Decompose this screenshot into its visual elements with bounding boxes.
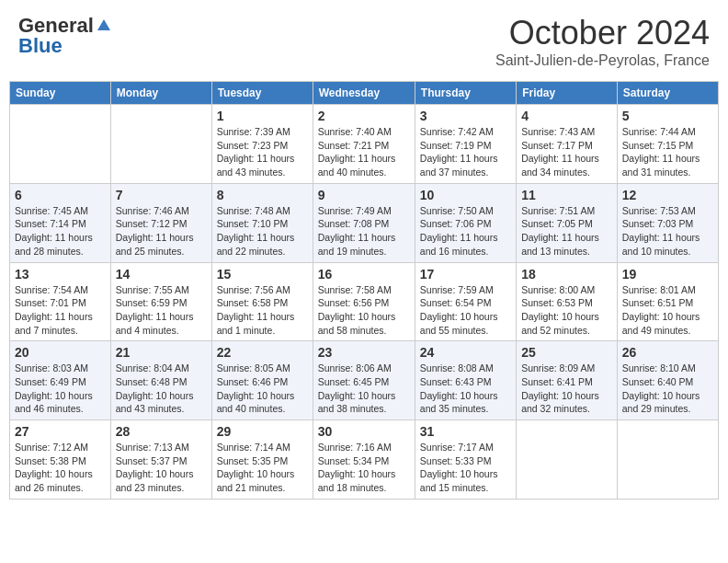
day-number: 22 <box>217 345 308 360</box>
calendar-cell <box>110 105 211 184</box>
day-number: 15 <box>217 267 308 282</box>
day-detail: Sunrise: 7:51 AMSunset: 7:05 PMDaylight:… <box>521 204 612 259</box>
day-number: 2 <box>318 109 410 123</box>
day-detail: Sunrise: 7:14 AMSunset: 5:35 PMDaylight:… <box>217 441 308 495</box>
day-detail: Sunrise: 7:39 AMSunset: 7:23 PMDaylight:… <box>217 125 308 179</box>
day-number: 3 <box>420 109 511 123</box>
day-detail: Sunrise: 7:43 AMSunset: 7:17 PMDaylight:… <box>521 125 612 179</box>
day-number: 13 <box>15 267 106 282</box>
day-number: 8 <box>217 188 308 202</box>
day-detail: Sunrise: 7:12 AMSunset: 5:38 PMDaylight:… <box>15 441 106 495</box>
location-title: Saint-Julien-de-Peyrolas, France <box>495 52 710 69</box>
day-detail: Sunrise: 7:50 AMSunset: 7:06 PMDaylight:… <box>420 204 511 259</box>
calendar-cell: 28Sunrise: 7:13 AMSunset: 5:37 PMDayligh… <box>110 420 211 500</box>
day-detail: Sunrise: 7:59 AMSunset: 6:54 PMDaylight:… <box>420 283 511 338</box>
calendar-cell: 30Sunrise: 7:16 AMSunset: 5:34 PMDayligh… <box>313 420 415 500</box>
calendar-cell: 2Sunrise: 7:40 AMSunset: 7:21 PMDaylight… <box>313 105 415 184</box>
day-detail: Sunrise: 7:46 AMSunset: 7:12 PMDaylight:… <box>116 204 207 259</box>
calendar-cell: 26Sunrise: 8:10 AMSunset: 6:40 PMDayligh… <box>617 341 718 420</box>
day-number: 14 <box>116 267 207 282</box>
calendar-cell: 22Sunrise: 8:05 AMSunset: 6:46 PMDayligh… <box>211 341 313 420</box>
day-number: 25 <box>521 345 612 360</box>
calendar-cell: 12Sunrise: 7:53 AMSunset: 7:03 PMDayligh… <box>617 183 718 262</box>
day-detail: Sunrise: 7:13 AMSunset: 5:37 PMDaylight:… <box>116 441 207 495</box>
calendar-cell: 25Sunrise: 8:09 AMSunset: 6:41 PMDayligh… <box>517 341 618 420</box>
day-number: 11 <box>521 188 612 202</box>
calendar-week-1: 1Sunrise: 7:39 AMSunset: 7:23 PMDaylight… <box>10 105 719 184</box>
day-number: 5 <box>622 109 713 123</box>
day-detail: Sunrise: 7:56 AMSunset: 6:58 PMDaylight:… <box>217 283 308 338</box>
calendar-cell: 8Sunrise: 7:48 AMSunset: 7:10 PMDaylight… <box>211 183 313 262</box>
day-number: 19 <box>622 267 713 282</box>
day-number: 9 <box>318 188 410 202</box>
day-number: 4 <box>521 109 612 123</box>
day-detail: Sunrise: 7:48 AMSunset: 7:10 PMDaylight:… <box>217 204 308 259</box>
calendar-cell <box>517 420 618 500</box>
calendar-cell: 1Sunrise: 7:39 AMSunset: 7:23 PMDaylight… <box>211 105 313 184</box>
day-number: 7 <box>116 188 207 202</box>
calendar-cell: 29Sunrise: 7:14 AMSunset: 5:35 PMDayligh… <box>211 420 313 500</box>
calendar-cell: 3Sunrise: 7:42 AMSunset: 7:19 PMDaylight… <box>415 105 516 184</box>
calendar-cell: 4Sunrise: 7:43 AMSunset: 7:17 PMDaylight… <box>517 105 618 184</box>
page-header: General Blue October 2024 Saint-Julien-d… <box>9 9 719 74</box>
calendar-cell: 24Sunrise: 8:08 AMSunset: 6:43 PMDayligh… <box>415 341 516 420</box>
calendar-cell: 16Sunrise: 7:58 AMSunset: 6:56 PMDayligh… <box>313 262 415 341</box>
day-detail: Sunrise: 7:53 AMSunset: 7:03 PMDaylight:… <box>622 204 713 259</box>
day-detail: Sunrise: 8:06 AMSunset: 6:45 PMDaylight:… <box>318 362 410 416</box>
calendar-cell <box>617 420 718 500</box>
calendar-cell: 7Sunrise: 7:46 AMSunset: 7:12 PMDaylight… <box>110 183 211 262</box>
day-detail: Sunrise: 7:58 AMSunset: 6:56 PMDaylight:… <box>318 283 410 338</box>
day-header-wednesday: Wednesday <box>313 82 415 105</box>
calendar-table: SundayMondayTuesdayWednesdayThursdayFrid… <box>9 81 719 500</box>
day-number: 30 <box>318 424 410 439</box>
calendar-cell: 18Sunrise: 8:00 AMSunset: 6:53 PMDayligh… <box>517 262 618 341</box>
day-detail: Sunrise: 7:54 AMSunset: 7:01 PMDaylight:… <box>15 283 106 338</box>
day-number: 23 <box>318 345 410 360</box>
day-detail: Sunrise: 7:42 AMSunset: 7:19 PMDaylight:… <box>420 125 511 179</box>
calendar-cell: 10Sunrise: 7:50 AMSunset: 7:06 PMDayligh… <box>415 183 516 262</box>
calendar-week-5: 27Sunrise: 7:12 AMSunset: 5:38 PMDayligh… <box>10 420 719 500</box>
calendar-cell: 23Sunrise: 8:06 AMSunset: 6:45 PMDayligh… <box>313 341 415 420</box>
day-detail: Sunrise: 8:04 AMSunset: 6:48 PMDaylight:… <box>116 362 207 416</box>
calendar-cell: 14Sunrise: 7:55 AMSunset: 6:59 PMDayligh… <box>110 262 211 341</box>
day-number: 27 <box>15 424 106 439</box>
calendar-body: 1Sunrise: 7:39 AMSunset: 7:23 PMDaylight… <box>10 105 719 500</box>
day-header-tuesday: Tuesday <box>211 82 313 105</box>
day-number: 24 <box>420 345 511 360</box>
calendar-cell: 13Sunrise: 7:54 AMSunset: 7:01 PMDayligh… <box>10 262 111 341</box>
day-number: 17 <box>420 267 511 282</box>
month-title: October 2024 <box>495 14 710 52</box>
day-detail: Sunrise: 7:16 AMSunset: 5:34 PMDaylight:… <box>318 441 410 495</box>
calendar-cell: 27Sunrise: 7:12 AMSunset: 5:38 PMDayligh… <box>10 420 111 500</box>
day-number: 29 <box>217 424 308 439</box>
day-number: 10 <box>420 188 511 202</box>
day-detail: Sunrise: 7:40 AMSunset: 7:21 PMDaylight:… <box>318 125 410 179</box>
title-block: October 2024 Saint-Julien-de-Peyrolas, F… <box>495 14 710 69</box>
day-detail: Sunrise: 8:09 AMSunset: 6:41 PMDaylight:… <box>521 362 612 416</box>
day-detail: Sunrise: 8:03 AMSunset: 6:49 PMDaylight:… <box>15 362 106 416</box>
day-number: 18 <box>521 267 612 282</box>
day-number: 28 <box>116 424 207 439</box>
day-detail: Sunrise: 8:01 AMSunset: 6:51 PMDaylight:… <box>622 283 713 338</box>
calendar-cell: 11Sunrise: 7:51 AMSunset: 7:05 PMDayligh… <box>517 183 618 262</box>
day-header-monday: Monday <box>110 82 211 105</box>
day-detail: Sunrise: 7:55 AMSunset: 6:59 PMDaylight:… <box>116 283 207 338</box>
day-detail: Sunrise: 8:00 AMSunset: 6:53 PMDaylight:… <box>521 283 612 338</box>
calendar-cell: 17Sunrise: 7:59 AMSunset: 6:54 PMDayligh… <box>415 262 516 341</box>
calendar-cell: 15Sunrise: 7:56 AMSunset: 6:58 PMDayligh… <box>211 262 313 341</box>
logo-blue: Blue <box>18 34 63 58</box>
day-detail: Sunrise: 8:05 AMSunset: 6:46 PMDaylight:… <box>217 362 308 416</box>
svg-marker-0 <box>97 19 110 30</box>
day-header-saturday: Saturday <box>617 82 718 105</box>
day-number: 1 <box>217 109 308 123</box>
day-detail: Sunrise: 8:08 AMSunset: 6:43 PMDaylight:… <box>420 362 511 416</box>
day-number: 21 <box>116 345 207 360</box>
day-number: 31 <box>420 424 511 439</box>
day-number: 26 <box>622 345 713 360</box>
calendar-week-4: 20Sunrise: 8:03 AMSunset: 6:49 PMDayligh… <box>10 341 719 420</box>
day-header-thursday: Thursday <box>415 82 516 105</box>
calendar-week-3: 13Sunrise: 7:54 AMSunset: 7:01 PMDayligh… <box>10 262 719 341</box>
calendar-cell: 19Sunrise: 8:01 AMSunset: 6:51 PMDayligh… <box>617 262 718 341</box>
calendar-cell: 6Sunrise: 7:45 AMSunset: 7:14 PMDaylight… <box>10 183 111 262</box>
day-detail: Sunrise: 7:45 AMSunset: 7:14 PMDaylight:… <box>15 204 106 259</box>
